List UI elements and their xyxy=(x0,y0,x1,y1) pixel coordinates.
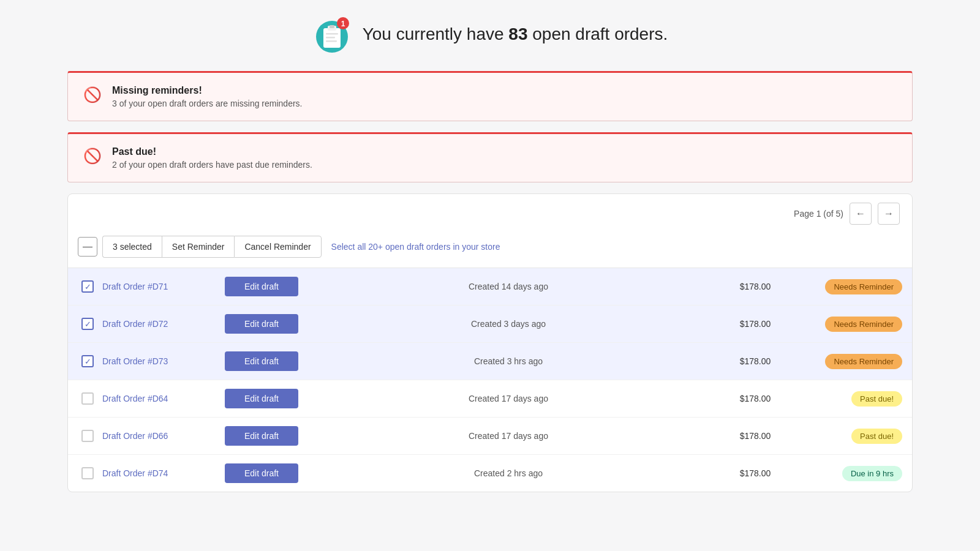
order-name-D66[interactable]: Draft Order #D66 xyxy=(102,431,225,441)
checkbox-check-D71: ✓ xyxy=(85,282,91,291)
order-created-D74: Created 2 hrs ago xyxy=(298,468,718,478)
order-amount-D74: $178.00 xyxy=(718,468,792,478)
table-row: ✓ Draft Order #D74 Edit draft Created 2 … xyxy=(68,455,912,492)
order-amount-D64: $178.00 xyxy=(718,394,792,403)
order-created-D71: Created 14 days ago xyxy=(298,282,718,291)
order-amount-D72: $178.00 xyxy=(718,319,792,329)
table-row: ✓ Draft Order #D64 Edit draft Created 17… xyxy=(68,380,912,418)
checkbox-check-D73: ✓ xyxy=(85,357,91,366)
checkbox-box-D71: ✓ xyxy=(81,280,94,293)
set-reminder-button[interactable]: Set Reminder xyxy=(162,236,235,258)
svg-rect-6 xyxy=(326,40,337,42)
alert-icon-missing-reminders: 🚫 xyxy=(83,85,102,105)
alert-title-missing-reminders: Missing reminders! xyxy=(112,85,302,96)
checkbox-box-D66: ✓ xyxy=(81,430,94,442)
svg-text:1: 1 xyxy=(341,20,345,28)
row-checkbox-D71[interactable]: ✓ xyxy=(78,277,97,296)
prev-page-button[interactable]: ← xyxy=(850,203,872,225)
pagination-row: Page 1 (of 5) ← → xyxy=(68,194,912,231)
row-checkbox-D66[interactable]: ✓ xyxy=(78,426,97,446)
order-created-D64: Created 17 days ago xyxy=(298,394,718,403)
order-name-D64[interactable]: Draft Order #D64 xyxy=(102,394,225,403)
order-created-D66: Created 17 days ago xyxy=(298,431,718,441)
status-badge-D72: Needs Reminder xyxy=(825,317,902,332)
table-row: ✓ Draft Order #D72 Edit draft Created 3 … xyxy=(68,305,912,343)
toolbar-row: — 3 selected Set Reminder Cancel Reminde… xyxy=(68,231,912,268)
alert-banner-missing-reminders: 🚫 Missing reminders! 3 of your open draf… xyxy=(67,71,913,121)
checkbox-box-D72: ✓ xyxy=(81,318,94,330)
page-header: 1 You currently have 83 open draft order… xyxy=(67,15,913,54)
edit-draft-button-D66[interactable]: Edit draft xyxy=(225,426,298,446)
order-amount-D71: $178.00 xyxy=(718,282,792,291)
order-name-D74[interactable]: Draft Order #D74 xyxy=(102,468,225,478)
page-info: Page 1 (of 5) xyxy=(794,209,843,219)
alert-banner-past-due: 🚫 Past due! 2 of your open draft orders … xyxy=(67,132,913,182)
app-icon: 1 xyxy=(312,15,352,54)
checkbox-box-D73: ✓ xyxy=(81,355,94,367)
table-row: ✓ Draft Order #D71 Edit draft Created 14… xyxy=(68,268,912,305)
order-name-D71[interactable]: Draft Order #D71 xyxy=(102,282,225,291)
status-badge-D71: Needs Reminder xyxy=(825,279,902,294)
alert-desc-past-due: 2 of your open draft orders have past du… xyxy=(112,160,312,170)
status-badge-D74: Due in 9 hrs xyxy=(842,466,902,481)
order-status-D71: Needs Reminder xyxy=(792,279,902,294)
minus-icon: — xyxy=(83,241,92,252)
row-checkbox-D73[interactable]: ✓ xyxy=(78,351,97,371)
status-badge-D73: Needs Reminder xyxy=(825,354,902,369)
status-badge-D66: Past due! xyxy=(851,429,902,444)
table-row: ✓ Draft Order #D66 Edit draft Created 17… xyxy=(68,418,912,455)
edit-draft-button-D64[interactable]: Edit draft xyxy=(225,389,298,408)
row-checkbox-D72[interactable]: ✓ xyxy=(78,314,97,334)
alert-icon-past-due: 🚫 xyxy=(83,146,102,166)
order-status-D74: Due in 9 hrs xyxy=(792,466,902,481)
order-created-D72: Created 3 days ago xyxy=(298,319,718,329)
checkbox-box-D74: ✓ xyxy=(81,467,94,479)
status-badge-D64: Past due! xyxy=(851,391,902,407)
checkbox-check-D72: ✓ xyxy=(85,320,91,329)
edit-draft-button-D72[interactable]: Edit draft xyxy=(225,314,298,334)
checkbox-box-D64: ✓ xyxy=(81,392,94,405)
svg-rect-4 xyxy=(326,33,338,35)
order-amount-D73: $178.00 xyxy=(718,356,792,366)
svg-rect-5 xyxy=(326,37,335,39)
cancel-reminder-button[interactable]: Cancel Reminder xyxy=(234,236,321,258)
alert-title-past-due: Past due! xyxy=(112,146,312,157)
order-status-D66: Past due! xyxy=(792,429,902,444)
select-all-link[interactable]: Select all 20+ open draft orders in your… xyxy=(331,242,500,252)
svg-rect-3 xyxy=(330,25,334,28)
alert-content-missing-reminders: Missing reminders! 3 of your open draft … xyxy=(112,85,302,108)
alert-desc-missing-reminders: 3 of your open draft orders are missing … xyxy=(112,99,302,108)
next-page-button[interactable]: → xyxy=(878,203,900,225)
order-status-D72: Needs Reminder xyxy=(792,317,902,332)
edit-draft-button-D74[interactable]: Edit draft xyxy=(225,463,298,483)
row-checkbox-D74[interactable]: ✓ xyxy=(78,463,97,483)
edit-draft-button-D71[interactable]: Edit draft xyxy=(225,277,298,296)
orders-table-card: Page 1 (of 5) ← → — 3 selected Set Remin… xyxy=(67,193,913,492)
select-all-checkbox[interactable]: — xyxy=(78,237,97,257)
order-status-D73: Needs Reminder xyxy=(792,354,902,369)
alert-content-past-due: Past due! 2 of your open draft orders ha… xyxy=(112,146,312,170)
order-name-D72[interactable]: Draft Order #D72 xyxy=(102,319,225,329)
page-title: You currently have 83 open draft orders. xyxy=(363,24,668,44)
order-name-D73[interactable]: Draft Order #D73 xyxy=(102,356,225,366)
row-checkbox-D64[interactable]: ✓ xyxy=(78,389,97,408)
edit-draft-button-D73[interactable]: Edit draft xyxy=(225,351,298,371)
table-row: ✓ Draft Order #D73 Edit draft Created 3 … xyxy=(68,343,912,380)
order-status-D64: Past due! xyxy=(792,391,902,407)
selected-count-display: 3 selected xyxy=(102,236,162,258)
order-created-D73: Created 3 hrs ago xyxy=(298,356,718,366)
order-amount-D66: $178.00 xyxy=(718,431,792,441)
